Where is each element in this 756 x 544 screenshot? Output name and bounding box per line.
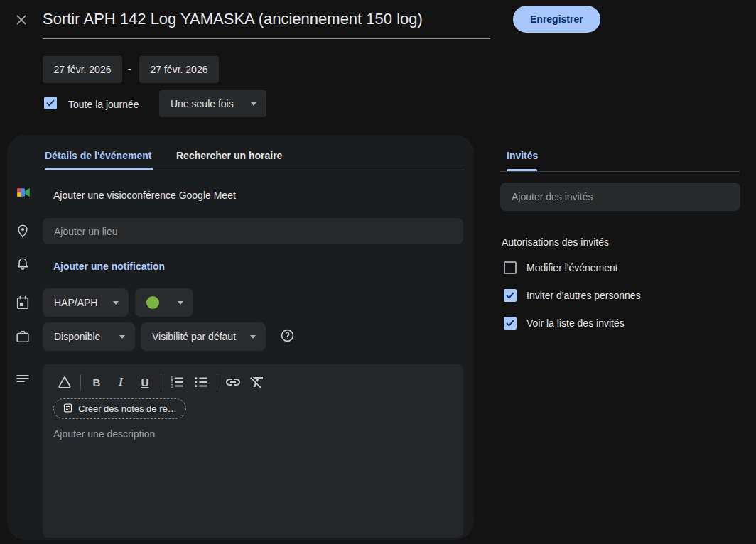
- all-day-checkbox[interactable]: [44, 97, 57, 109]
- description-placeholder[interactable]: Ajouter une description: [53, 428, 155, 440]
- toolbar-divider: [161, 374, 161, 390]
- add-google-meet-button[interactable]: Ajouter une visioconférence Google Meet: [53, 190, 236, 201]
- clear-formatting-icon[interactable]: [245, 372, 269, 392]
- close-icon: [14, 12, 29, 31]
- toolbar-divider: [80, 374, 81, 390]
- save-button[interactable]: Enregistrer: [513, 6, 600, 33]
- recurrence-dropdown[interactable]: Une seule fois: [159, 90, 266, 117]
- availability-value: Disponible: [54, 331, 100, 342]
- tabs-divider: [43, 170, 465, 170]
- add-notification-button[interactable]: Ajouter une notification: [53, 261, 165, 272]
- briefcase-icon: [15, 329, 31, 347]
- bulleted-list-icon[interactable]: [189, 372, 213, 392]
- date-separator: -: [124, 63, 134, 75]
- availability-dropdown[interactable]: Disponible: [43, 322, 135, 351]
- google-meet-icon: [16, 185, 31, 202]
- attach-drive-icon[interactable]: [53, 372, 77, 392]
- help-icon[interactable]: [280, 328, 295, 346]
- checkmark-icon: [505, 318, 515, 328]
- event-details-card: Détails de l'événement Rechercher un hor…: [7, 135, 474, 540]
- recurrence-value: Une seule fois: [171, 98, 234, 109]
- calendar-select-dropdown[interactable]: HAP/APH: [43, 288, 129, 317]
- description-lines-icon: [15, 371, 31, 389]
- notification-bell-icon: [15, 256, 31, 275]
- numbered-list-icon[interactable]: 123: [165, 372, 189, 392]
- permission-label-modify: Modifier l'événement: [526, 262, 618, 273]
- tab-find-a-time[interactable]: Rechercher un horaire: [176, 150, 282, 161]
- insert-link-icon[interactable]: [221, 372, 245, 392]
- visibility-dropdown[interactable]: Visibilité par défaut: [141, 322, 266, 351]
- calendar-select-value: HAP/APH: [54, 297, 97, 308]
- close-button[interactable]: [10, 10, 33, 33]
- tab-guests[interactable]: Invités: [507, 150, 538, 161]
- tab-event-details[interactable]: Détails de l'événement: [45, 150, 151, 161]
- toolbar-divider: [217, 374, 217, 390]
- visibility-value: Visibilité par défaut: [152, 331, 236, 342]
- location-input[interactable]: [43, 218, 463, 244]
- guest-permissions-title: Autorisations des invités: [502, 236, 609, 248]
- title-input[interactable]: Sortir APH 142 Log YAMASKA (anciennement…: [43, 9, 490, 39]
- chevron-down-icon: [250, 335, 256, 339]
- start-date-button[interactable]: 27 févr. 2026: [43, 56, 122, 83]
- create-meeting-notes-button[interactable]: Créer des notes de ré…: [53, 398, 186, 419]
- underline-button[interactable]: U: [133, 372, 157, 392]
- notes-button-label: Créer des notes de ré…: [78, 403, 177, 414]
- checkmark-icon: [505, 290, 515, 300]
- permission-label-see-list: Voir la liste des invités: [526, 317, 625, 329]
- formatting-toolbar: B I U 123: [43, 364, 463, 396]
- event-edit-page: Sortir APH 142 Log YAMASKA (anciennement…: [0, 0, 756, 544]
- svg-text:3: 3: [171, 383, 173, 388]
- bold-button[interactable]: B: [85, 372, 109, 392]
- chevron-down-icon: [119, 335, 125, 339]
- add-guests-input[interactable]: [500, 183, 740, 211]
- checkmark-icon: [45, 98, 55, 108]
- event-title: Sortir APH 142 Log YAMASKA (anciennement…: [43, 9, 490, 30]
- all-day-label: Toute la journée: [68, 99, 139, 110]
- chevron-down-icon: [251, 102, 256, 106]
- permission-label-invite: Inviter d'autres personnes: [526, 290, 641, 301]
- calendar-icon: [15, 295, 31, 313]
- end-date-button[interactable]: 27 févr. 2026: [139, 56, 219, 83]
- description-editor[interactable]: B I U 123: [43, 364, 463, 538]
- guests-divider: [500, 171, 740, 172]
- chevron-down-icon: [113, 301, 119, 305]
- event-color-dropdown[interactable]: [135, 288, 193, 317]
- event-color-swatch: [146, 296, 159, 309]
- location-pin-icon: [15, 223, 31, 241]
- italic-button[interactable]: I: [109, 372, 133, 392]
- permission-checkbox-see-list[interactable]: [504, 317, 517, 330]
- permission-checkbox-invite[interactable]: [504, 289, 517, 302]
- permission-checkbox-modify[interactable]: [504, 261, 517, 274]
- notes-document-icon: [63, 403, 73, 415]
- chevron-down-icon: [178, 301, 183, 305]
